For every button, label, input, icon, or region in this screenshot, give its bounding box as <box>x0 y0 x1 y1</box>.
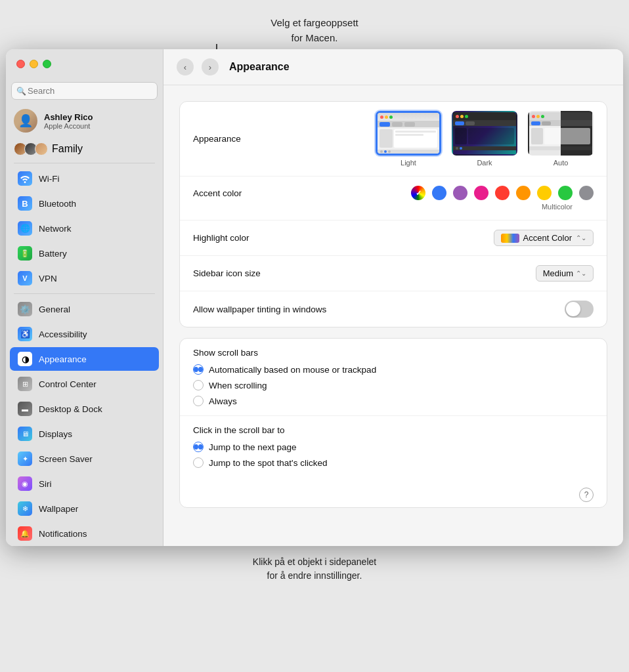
close-button[interactable] <box>16 60 25 68</box>
desktop-dock-icon: ▬ <box>18 402 32 416</box>
scroll-scrolling-radio[interactable] <box>193 380 204 390</box>
notifications-icon: 🔔 <box>18 526 32 541</box>
sidebar-item-label-displays: Displays <box>39 429 72 439</box>
size-chevron-icon: ⌃⌄ <box>576 270 586 277</box>
wallpaper-tinting-row: Allow wallpaper tinting in windows <box>180 291 607 327</box>
sidebar-item-control-center[interactable]: ⊞ Control Center <box>10 372 159 396</box>
highlight-color-value: Accent Color <box>523 233 572 243</box>
user-profile[interactable]: 👤 Ashley Rico Apple Account <box>6 104 163 138</box>
highlight-color-row: Highlight color Accent Color ⌃⌄ <box>180 220 607 256</box>
sidebar-icon-size-selector[interactable]: Medium ⌃⌄ <box>536 265 594 282</box>
accent-pink[interactable] <box>474 186 488 200</box>
appearance-section: Appearance <box>179 101 607 327</box>
theme-auto[interactable]: Auto <box>528 111 594 167</box>
accent-purple[interactable] <box>453 186 467 200</box>
scroll-auto-label: Automatically based on mouse or trackpad <box>209 365 376 375</box>
sidebar-icon-size-label: Sidebar icon size <box>193 268 311 278</box>
click-scroll-group: Click in the scroll bar to Jump to the n… <box>180 416 607 477</box>
wallpaper-tinting-control <box>326 301 594 318</box>
sidebar-item-label-vpn: VPN <box>39 274 57 284</box>
wallpaper-tinting-toggle[interactable] <box>565 301 594 318</box>
show-scroll-bars-label: Show scroll bars <box>193 348 594 358</box>
sidebar-item-bluetooth[interactable]: B Bluetooth <box>10 192 159 215</box>
click-spot-radio[interactable] <box>193 457 204 468</box>
highlight-color-label: Highlight color <box>193 233 311 243</box>
main-header: ‹ › Appearance <box>163 49 623 85</box>
family-avatar-3 <box>35 142 48 156</box>
general-icon: ⚙️ <box>18 302 32 316</box>
highlight-chevron-icon: ⌃⌄ <box>576 234 586 242</box>
search-input[interactable] <box>11 82 158 100</box>
accent-yellow[interactable] <box>537 186 552 200</box>
accent-orange[interactable] <box>516 186 531 200</box>
theme-control: Light <box>311 111 594 167</box>
family-avatars <box>14 142 45 156</box>
sidebar-item-appearance[interactable]: ◑ Appearance <box>10 347 159 371</box>
back-button[interactable]: ‹ <box>177 58 194 75</box>
click-next-page-label: Jump to the next page <box>209 442 297 452</box>
accessibility-icon: ♿ <box>18 327 32 341</box>
scroll-auto-option[interactable]: Automatically based on mouse or trackpad <box>193 364 594 375</box>
sidebar: 🔍 👤 Ashley Rico Apple Account Family <box>6 49 163 546</box>
avatar: 👤 <box>14 109 37 133</box>
accent-graphite[interactable] <box>579 186 594 200</box>
battery-icon: 🔋 <box>18 246 32 261</box>
sidebar-item-general[interactable]: ⚙️ General <box>10 297 159 321</box>
scroll-always-option[interactable]: Always <box>193 396 594 406</box>
scroll-bars-section: Show scroll bars Automatically based on … <box>179 338 607 508</box>
accent-color-control <box>311 186 594 200</box>
scroll-always-label: Always <box>209 396 237 406</box>
accent-color-label: Accent color <box>193 188 311 198</box>
click-next-page-option[interactable]: Jump to the next page <box>193 442 594 452</box>
click-next-page-radio[interactable] <box>193 442 204 452</box>
sidebar-item-notifications[interactable]: 🔔 Notifications <box>10 522 159 545</box>
sidebar-item-siri[interactable]: ◉ Siri <box>10 472 159 495</box>
siri-icon: ◉ <box>18 476 32 491</box>
appearance-icon: ◑ <box>18 352 32 366</box>
sidebar-item-label-battery: Battery <box>39 249 67 259</box>
sidebar-item-wallpaper[interactable]: ❄ Wallpaper <box>10 497 159 520</box>
theme-dark[interactable]: Dark <box>452 111 517 167</box>
sidebar-divider-2 <box>14 293 155 294</box>
sidebar-item-screen-saver[interactable]: ✦ Screen Saver <box>10 447 159 471</box>
click-spot-option[interactable]: Jump to the spot that's clicked <box>193 457 594 468</box>
accent-green[interactable] <box>558 186 573 200</box>
sidebar-item-battery[interactable]: 🔋 Battery <box>10 242 159 265</box>
sidebar-item-family[interactable]: Family <box>6 138 163 160</box>
highlight-color-selector[interactable]: Accent Color ⌃⌄ <box>494 230 594 246</box>
sidebar-item-network[interactable]: 🌐 Network <box>10 217 159 240</box>
dark-label: Dark <box>477 159 492 167</box>
sidebar-item-desktop-dock[interactable]: ▬ Desktop & Dock <box>10 397 159 421</box>
user-sub: Apple Account <box>44 122 93 130</box>
displays-icon: 🖥 <box>18 427 32 441</box>
theme-row: Appearance <box>180 102 607 177</box>
wallpaper-tinting-label: Allow wallpaper tinting in windows <box>193 304 326 314</box>
wallpaper-icon: ❄ <box>18 501 32 516</box>
vpn-icon: V <box>18 271 32 285</box>
sidebar-item-accessibility[interactable]: ♿ Accessibility <box>10 322 159 346</box>
accent-blue[interactable] <box>432 186 446 200</box>
accent-multicolor[interactable] <box>411 186 425 200</box>
search-icon: 🔍 <box>16 87 26 96</box>
accent-multicolor-col <box>411 186 425 200</box>
sidebar-item-vpn[interactable]: V VPN <box>10 266 159 290</box>
help-button[interactable]: ? <box>579 488 594 502</box>
wifi-icon <box>18 171 32 186</box>
sidebar-item-label-appearance: Appearance <box>39 354 87 364</box>
minimize-button[interactable] <box>30 60 38 68</box>
main-content: ‹ › Appearance Appearance <box>163 49 623 546</box>
forward-button[interactable]: › <box>202 58 219 75</box>
sidebar-item-displays[interactable]: 🖥 Displays <box>10 422 159 446</box>
scroll-always-radio[interactable] <box>193 396 204 406</box>
sidebar-item-wifi[interactable]: Wi-Fi <box>10 167 159 190</box>
theme-light[interactable]: Light <box>376 111 441 167</box>
sidebar-item-label-control-center: Control Center <box>39 379 97 389</box>
family-label: Family <box>52 143 83 155</box>
accent-red[interactable] <box>495 186 510 200</box>
maximize-button[interactable] <box>43 60 51 68</box>
tooltip-top: Velg et fargeoppsett for Macen. <box>271 16 358 45</box>
scroll-scrolling-option[interactable]: When scrolling <box>193 380 594 390</box>
screen-saver-icon: ✦ <box>18 452 32 466</box>
scroll-auto-radio[interactable] <box>193 364 204 375</box>
control-center-icon: ⊞ <box>18 377 32 391</box>
